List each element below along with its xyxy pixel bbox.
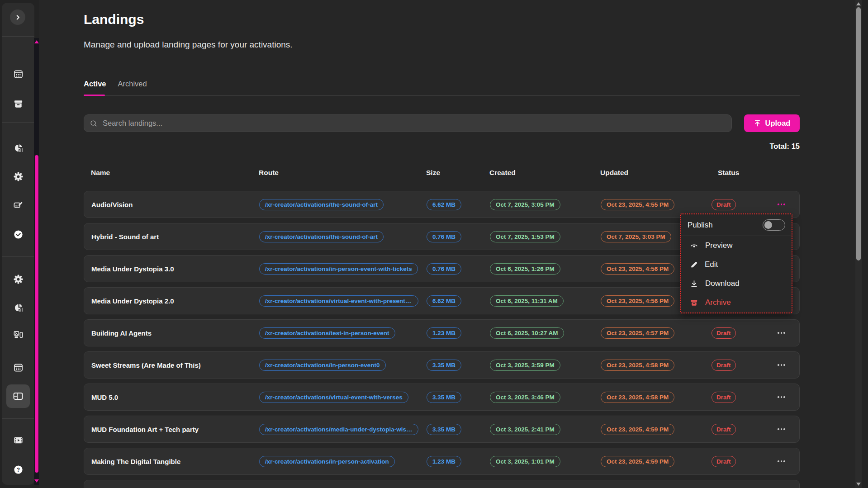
- sidebar-scrollbar-thumb[interactable]: [35, 155, 38, 473]
- row-actions-button[interactable]: [775, 201, 788, 208]
- toggle-knob: [764, 221, 772, 229]
- sidebar-item-settings-2[interactable]: [9, 270, 27, 288]
- row-name: Media Under Dystopia 2.0: [84, 297, 252, 305]
- sidebar-item-media[interactable]: [9, 326, 27, 344]
- row-size-pill: 0.76 MB: [427, 263, 461, 275]
- upload-button[interactable]: Upload: [744, 114, 800, 132]
- ellipsis-icon: [778, 428, 779, 430]
- row-name: Making The Digital Tangible: [84, 458, 252, 465]
- page-scrollbar[interactable]: [855, 0, 862, 488]
- row-actions-button[interactable]: [775, 426, 788, 433]
- sidebar-item-archive[interactable]: [9, 95, 27, 113]
- column-header-name: Name: [84, 169, 251, 177]
- row-actions-button[interactable]: [775, 458, 788, 465]
- row-route-pill: /xr-creator/activations/in-person-event0: [259, 360, 386, 371]
- scroll-down-arrow-icon[interactable]: [34, 479, 39, 483]
- pie-chart-icon: [13, 303, 24, 313]
- search-box[interactable]: [84, 114, 732, 132]
- upload-button-label: Upload: [765, 119, 791, 128]
- sidebar-item-settings[interactable]: [9, 167, 27, 185]
- download-icon: [690, 280, 698, 288]
- menu-item-label: Download: [705, 279, 740, 288]
- row-context-menu: Publish Preview Edit Download Archive: [680, 213, 792, 313]
- row-updated-pill: Oct 23, 2025, 4:56 PM: [601, 263, 674, 275]
- menu-item-edit[interactable]: Edit: [681, 255, 792, 274]
- tab-bar: Active Archived: [84, 80, 147, 92]
- row-status-badge: Draft: [711, 392, 736, 403]
- menu-item-archive[interactable]: Archive: [681, 293, 792, 312]
- layout-panels-icon: [13, 391, 24, 402]
- tab-active[interactable]: Active: [84, 80, 106, 92]
- row-created-pill: Oct 6, 2025, 10:27 AM: [490, 327, 564, 339]
- table-row-partial: [84, 480, 800, 488]
- sidebar-item-calendar[interactable]: [9, 65, 27, 83]
- search-input[interactable]: [102, 118, 726, 128]
- calendar-icon: [13, 362, 24, 373]
- row-updated-pill: Oct 7, 2025, 3:03 PM: [601, 231, 671, 242]
- row-route-pill: /xr-creator/activations/in-person-activa…: [259, 456, 395, 467]
- row-updated-pill: Oct 23, 2025, 4:57 PM: [601, 327, 674, 339]
- sidebar-item-analytics[interactable]: [9, 139, 27, 157]
- row-status-badge: Draft: [711, 424, 736, 435]
- help-icon: ?: [13, 464, 24, 475]
- sidebar-item-landings[interactable]: [9, 387, 27, 405]
- sidebar-item-videos[interactable]: [9, 431, 27, 449]
- row-name: MUD 5.0: [84, 393, 252, 401]
- row-actions-button[interactable]: [775, 329, 788, 336]
- sidebar-item-card-edit[interactable]: [9, 196, 27, 214]
- table-row: MUD 5.0 /xr-creator/activations/virtual-…: [84, 384, 800, 411]
- row-route-pill: /xr-creator/activations/virtual-event-wi…: [259, 295, 418, 307]
- gear-icon: [13, 274, 24, 284]
- row-created-pill: Oct 6, 2025, 1:26 PM: [490, 263, 560, 275]
- scroll-up-arrow-icon[interactable]: [856, 2, 861, 5]
- row-name: Audio/Vision: [84, 201, 252, 208]
- row-updated-pill: Oct 23, 2025, 4:55 PM: [601, 199, 674, 210]
- scroll-up-arrow-icon[interactable]: [34, 40, 39, 43]
- row-size-pill: 3.35 MB: [427, 360, 461, 371]
- eye-icon: [690, 242, 698, 250]
- check-circle-icon: [13, 229, 24, 240]
- sidebar-divider: [2, 122, 34, 123]
- menu-item-preview[interactable]: Preview: [681, 236, 792, 255]
- page-scrollbar-thumb[interactable]: [856, 7, 861, 261]
- main-content: Landings Manage and upload landing pages…: [39, 0, 862, 488]
- row-actions-button[interactable]: [775, 393, 788, 401]
- page-title: Landings: [84, 12, 144, 27]
- ellipsis-icon: [778, 204, 779, 205]
- archive-box-icon: [690, 298, 698, 307]
- scroll-down-arrow-icon[interactable]: [856, 483, 861, 486]
- row-actions-button[interactable]: [775, 361, 788, 369]
- row-size-pill: 1.23 MB: [427, 327, 461, 339]
- sidebar-scrollbar[interactable]: [34, 38, 39, 485]
- card-edit-icon: [13, 200, 24, 210]
- publish-label: Publish: [688, 221, 713, 230]
- sidebar-divider: [2, 256, 34, 257]
- table-row: Making The Digital Tangible /xr-creator/…: [84, 448, 800, 475]
- publish-toggle[interactable]: [763, 219, 785, 231]
- sidebar-item-help[interactable]: ?: [9, 460, 27, 479]
- sidebar-expand-button[interactable]: [10, 9, 25, 25]
- menu-item-label: Edit: [705, 260, 718, 269]
- row-size-pill: 1.23 MB: [427, 456, 461, 467]
- menu-item-download[interactable]: Download: [681, 274, 792, 293]
- ellipsis-icon: [778, 396, 779, 398]
- sidebar-item-calendar-2[interactable]: [9, 358, 27, 376]
- row-route-pill: /xr-creator/activations/in-person-event-…: [259, 263, 418, 275]
- chevron-right-icon: [14, 14, 21, 21]
- column-header-route: Route: [251, 169, 419, 177]
- menu-item-label: Preview: [705, 241, 732, 250]
- row-updated-pill: Oct 23, 2025, 4:56 PM: [601, 295, 674, 307]
- row-updated-pill: Oct 23, 2025, 4:59 PM: [601, 424, 674, 435]
- row-created-pill: Oct 3, 2025, 3:46 PM: [490, 392, 560, 403]
- app-window: ? Landings Manage and upload landing pag…: [0, 0, 868, 488]
- sidebar-item-approvals[interactable]: [9, 225, 27, 243]
- row-updated-pill: Oct 23, 2025, 4:58 PM: [601, 360, 674, 371]
- column-header-updated: Updated: [593, 169, 704, 177]
- tab-archived[interactable]: Archived: [118, 80, 147, 92]
- row-created-pill: Oct 3, 2025, 1:01 PM: [490, 456, 560, 467]
- sidebar-item-analytics-2[interactable]: [9, 298, 27, 317]
- row-status-badge: Draft: [711, 456, 736, 467]
- row-created-pill: Oct 3, 2025, 3:59 PM: [490, 360, 560, 371]
- row-status-badge: Draft: [711, 199, 736, 210]
- row-size-pill: 6.62 MB: [427, 295, 461, 307]
